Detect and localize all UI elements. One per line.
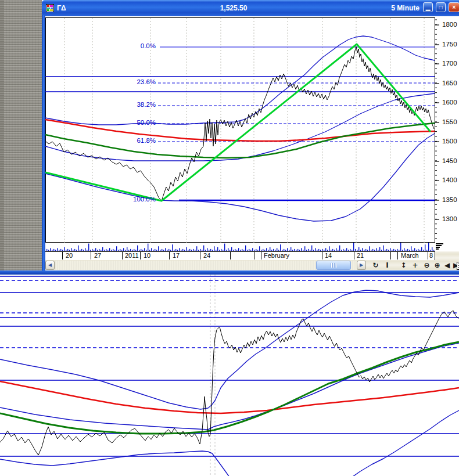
scrollbar-track[interactable] (55, 261, 357, 270)
background-chart-panel[interactable] (0, 275, 459, 476)
close-button[interactable]: × (449, 2, 459, 12)
window-title-symbol: ΓΔ (57, 4, 67, 12)
screen: ΓΔ 1,525.50 5 Minute ▁ □ × ◀ ▶ ↻I↕+⊖⊕◀▶ (0, 0, 459, 476)
maximize-button[interactable]: □ (436, 2, 446, 12)
scrollbar-left-button[interactable]: ◀ (45, 261, 55, 270)
scroll-right-icon: ▶ (360, 262, 363, 268)
window-title-value: 1,525.50 (193, 4, 274, 12)
statusbar-corner (435, 251, 459, 260)
crosshair-tool-button[interactable]: I (382, 260, 392, 271)
price-chart-plot[interactable] (45, 17, 435, 243)
scrollbar-right-button[interactable]: ▶ (357, 261, 366, 270)
chart-toolbar: ↻I↕+⊖⊕◀▶ (368, 260, 459, 271)
vertical-scale-tool-button[interactable]: ↕ (399, 260, 408, 271)
window-titlebar[interactable]: ΓΔ 1,525.50 5 Minute ▁ □ × (42, 0, 459, 16)
zoom-out-tool-button[interactable]: ⊖ (422, 260, 432, 271)
scrollbar-thumb[interactable] (316, 261, 351, 270)
window-title-timeframe: 5 Minute (366, 4, 419, 12)
page-list-icon[interactable] (457, 262, 459, 270)
minimize-button[interactable]: ▁ (423, 2, 433, 12)
date-axis (45, 251, 435, 261)
volume-scale-icon (436, 243, 443, 250)
zoom-in-tool-button[interactable]: ⊕ (432, 260, 442, 271)
refresh-tool-button[interactable]: ↻ (371, 260, 381, 271)
desktop-background-strip (0, 0, 42, 271)
chart-window: ΓΔ 1,525.50 5 Minute ▁ □ × ◀ ▶ ↻I↕+⊖⊕◀▶ (42, 0, 459, 271)
scroll-left-icon: ◀ (48, 262, 52, 268)
app-icon (46, 4, 54, 12)
desktop-strip-edge (0, 0, 4, 271)
pan-tool-button[interactable]: + (410, 260, 420, 271)
window-statusbar: ◀ ▶ ↻I↕+⊖⊕◀▶ (45, 260, 459, 271)
window-bottom-border (0, 271, 459, 275)
